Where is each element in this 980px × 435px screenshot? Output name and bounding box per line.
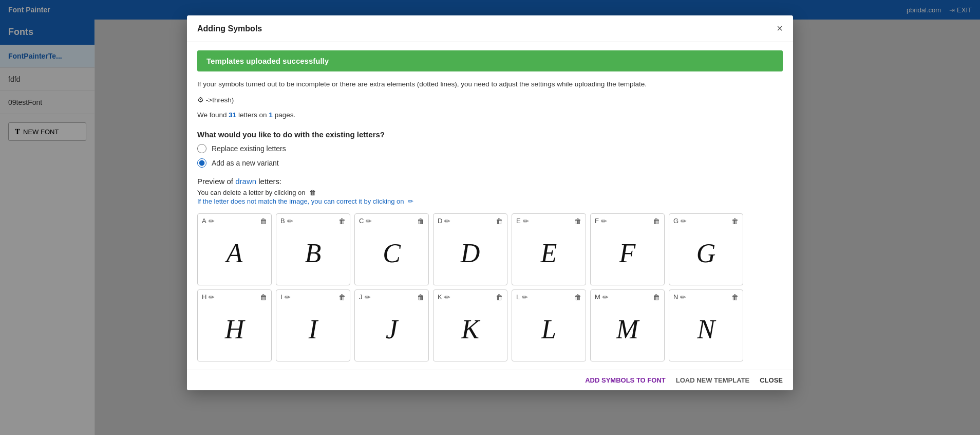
delete-letter-icon[interactable]: 🗑	[653, 217, 660, 225]
delete-letter-icon[interactable]: 🗑	[260, 293, 267, 301]
delete-letter-icon[interactable]: 🗑	[653, 293, 660, 301]
letter-card-n: N ✏ 🗑 N	[669, 289, 743, 361]
modal-footer: ADD SYMBOLS TO FONT LOAD NEW TEMPLATE CL…	[187, 370, 793, 390]
edit-letter-icon[interactable]: ✏	[522, 293, 528, 301]
edit-letter-icon[interactable]: ✏	[444, 293, 450, 301]
letter-card-top: B ✏ 🗑	[280, 217, 346, 225]
delete-letter-icon[interactable]: 🗑	[417, 293, 424, 301]
radio-replace[interactable]: Replace existing letters	[197, 144, 783, 153]
preview-heading: Preview of drawn letters:	[197, 177, 783, 186]
letter-card-top: G ✏ 🗑	[673, 217, 739, 225]
letter-card-actions: 🗑	[417, 217, 424, 225]
letter-card-top: K ✏ 🗑	[438, 293, 503, 301]
delete-letter-icon[interactable]: 🗑	[574, 293, 581, 301]
edit-letter-icon[interactable]: ✏	[602, 293, 609, 301]
delete-letter-icon[interactable]: 🗑	[731, 293, 739, 301]
letter-display: D	[438, 225, 503, 282]
letter-card-d: D ✏ 🗑 D	[433, 213, 507, 285]
letter-label: E ✏	[516, 217, 529, 225]
trash-icon-info: 🗑	[309, 189, 316, 196]
radio-add-variant-input[interactable]	[197, 158, 206, 168]
section-heading: What would you like to do with the exist…	[197, 130, 783, 139]
letter-label: F ✏	[595, 217, 607, 225]
letter-card-top: A ✏ 🗑	[202, 217, 267, 225]
edit-letter-icon[interactable]: ✏	[444, 217, 450, 225]
edit-letter-icon[interactable]: ✏	[285, 293, 291, 301]
letter-card-top: N ✏ 🗑	[673, 293, 739, 301]
delete-letter-icon[interactable]: 🗑	[338, 217, 346, 225]
radio-add-variant[interactable]: Add as a new variant	[197, 158, 783, 168]
letter-display: E	[516, 225, 581, 282]
edit-letter-icon[interactable]: ✏	[601, 217, 607, 225]
letter-card-h: H ✏ 🗑 H	[197, 289, 272, 361]
delete-letter-icon[interactable]: 🗑	[731, 217, 739, 225]
letter-label: G ✏	[673, 217, 687, 225]
edit-letter-icon[interactable]: ✏	[366, 217, 372, 225]
edit-letter-icon[interactable]: ✏	[365, 293, 371, 301]
letter-card-actions: 🗑	[653, 217, 660, 225]
letter-label: I ✏	[280, 293, 291, 301]
letter-label: A ✏	[202, 217, 215, 225]
letter-card-top: I ✏ 🗑	[280, 293, 346, 301]
letter-display: B	[280, 225, 346, 282]
edit-letter-icon[interactable]: ✏	[680, 293, 686, 301]
delete-letter-icon[interactable]: 🗑	[260, 217, 267, 225]
edit-letter-icon[interactable]: ✏	[523, 217, 529, 225]
delete-letter-icon[interactable]: 🗑	[574, 217, 581, 225]
letter-label: D ✏	[438, 217, 450, 225]
delete-letter-icon[interactable]: 🗑	[496, 217, 503, 225]
letter-card-top: E ✏ 🗑	[516, 217, 581, 225]
delete-letter-icon[interactable]: 🗑	[338, 293, 346, 301]
letter-card-b: B ✏ 🗑 B	[276, 213, 350, 285]
letter-label: K ✏	[438, 293, 450, 301]
letter-card-i: I ✏ 🗑 I	[276, 289, 350, 361]
delete-letter-icon[interactable]: 🗑	[496, 293, 503, 301]
edit-letter-icon[interactable]: ✏	[287, 217, 293, 225]
letter-label: M ✏	[595, 293, 609, 301]
letter-card-actions: 🗑	[731, 293, 739, 301]
letter-display: K	[438, 301, 503, 358]
letter-display: F	[595, 225, 660, 282]
letter-label: H ✏	[202, 293, 215, 301]
preview-subtext-delete: You can delete a letter by clicking on 🗑	[197, 189, 783, 196]
letter-display: C	[359, 225, 424, 282]
letter-card-c: C ✏ 🗑 C	[354, 213, 429, 285]
gear-icon: ⚙	[197, 94, 204, 105]
load-new-template-button[interactable]: LOAD NEW TEMPLATE	[676, 376, 749, 384]
edit-letter-icon[interactable]: ✏	[209, 293, 215, 301]
add-symbols-button[interactable]: ADD SYMBOLS TO FONT	[585, 376, 665, 384]
letter-display: A	[202, 225, 267, 282]
radio-replace-label: Replace existing letters	[212, 144, 286, 153]
letter-card-actions: 🗑	[574, 293, 581, 301]
letter-card-actions: 🗑	[731, 217, 739, 225]
letter-label: N ✏	[673, 293, 686, 301]
letter-grid: A ✏ 🗑 A B ✏ 🗑 B C ✏ 🗑	[197, 213, 783, 361]
letter-card-top: F ✏ 🗑	[595, 217, 660, 225]
letter-display: M	[595, 301, 660, 358]
letter-label: C ✏	[359, 217, 372, 225]
success-banner: Templates uploaded successfully	[197, 50, 783, 71]
edit-letter-icon[interactable]: ✏	[209, 217, 215, 225]
modal-adding-symbols: Adding Symbols × Templates uploaded succ…	[187, 15, 793, 390]
letter-card-a: A ✏ 🗑 A	[197, 213, 272, 285]
delete-letter-icon[interactable]: 🗑	[417, 217, 424, 225]
info-letters-found: We found 31 letters on 1 pages.	[197, 110, 783, 121]
close-button[interactable]: CLOSE	[760, 376, 783, 384]
letter-card-top: J ✏ 🗑	[359, 293, 424, 301]
modal-header: Adding Symbols ×	[187, 15, 793, 42]
letter-label: J ✏	[359, 293, 371, 301]
letter-card-m: M ✏ 🗑 M	[590, 289, 665, 361]
modal-close-button[interactable]: ×	[777, 23, 783, 34]
letter-label: B ✏	[280, 217, 293, 225]
modal-body: Templates uploaded successfully If your …	[187, 42, 793, 370]
letter-card-e: E ✏ 🗑 E	[512, 213, 586, 285]
letter-display: N	[673, 301, 739, 358]
letter-card-top: C ✏ 🗑	[359, 217, 424, 225]
radio-replace-input[interactable]	[197, 144, 206, 153]
letter-card-f: F ✏ 🗑 F	[590, 213, 665, 285]
letter-card-top: M ✏ 🗑	[595, 293, 660, 301]
letter-card-actions: 🗑	[496, 293, 503, 301]
letter-card-top: D ✏ 🗑	[438, 217, 503, 225]
letter-card-actions: 🗑	[417, 293, 424, 301]
edit-letter-icon[interactable]: ✏	[681, 217, 687, 225]
